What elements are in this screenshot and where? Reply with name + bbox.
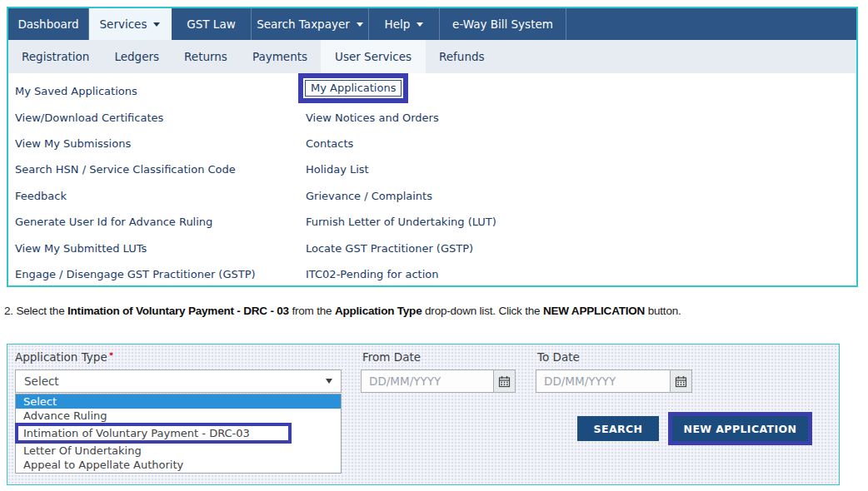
menu-item-my-saved-applications[interactable]: My Saved Applications <box>15 85 137 97</box>
to-date-calendar-button[interactable] <box>671 369 692 393</box>
menu-item-view-my-submissions[interactable]: View My Submissions <box>15 137 131 150</box>
menu-item-feedback[interactable]: Feedback <box>15 190 67 202</box>
option-appeal-appellate-authority[interactable]: Appeal to Appellate Authority <box>16 458 341 472</box>
subnav-label: Payments <box>252 50 307 63</box>
from-date-group <box>361 369 516 393</box>
application-type-options: Select Advance Ruling Intimation of Volu… <box>15 394 342 474</box>
menu-item-search-hsn[interactable]: Search HSN / Service Classification Code <box>15 163 236 176</box>
menu-item-view-notices-orders[interactable]: View Notices and Orders <box>306 112 439 124</box>
from-date-calendar-button[interactable] <box>494 369 516 393</box>
option-intimation-voluntary-payment-drc03[interactable]: Intimation of Voluntary Payment - DRC-03 <box>23 427 250 439</box>
subnav-label: Returns <box>184 50 227 63</box>
my-applications-search-panel: Application Type• Select Select Advance … <box>7 344 840 485</box>
nav-item-help[interactable]: Help <box>369 8 440 40</box>
nav-label: e-Way Bill System <box>452 17 553 31</box>
from-date-input[interactable] <box>361 369 494 393</box>
option-select[interactable]: Select <box>16 394 341 409</box>
subnav-label: Ledgers <box>114 50 159 63</box>
services-mega-menu: Dashboard Services GST Law Search Taxpay… <box>7 7 858 287</box>
subnav-item-user-services[interactable]: User Services <box>321 40 426 73</box>
menu-item-holiday-list[interactable]: Holiday List <box>306 163 369 176</box>
subnav-label: Refunds <box>439 50 485 63</box>
option-letter-of-undertaking[interactable]: Letter Of Undertaking <box>16 444 341 458</box>
menu-column-left: My Saved Applications View/Download Cert… <box>15 78 302 287</box>
subnav-item-refunds[interactable]: Refunds <box>427 40 496 73</box>
search-button[interactable]: SEARCH <box>577 416 659 441</box>
user-services-menu: My Saved Applications View/Download Cert… <box>8 73 856 285</box>
main-navbar: Dashboard Services GST Law Search Taxpay… <box>8 8 856 40</box>
to-date-label: To Date <box>537 350 580 364</box>
option-row-drc03: Intimation of Voluntary Payment - DRC-03 <box>16 423 341 444</box>
to-date-group <box>536 369 692 393</box>
caret-down-icon <box>153 22 160 27</box>
instruction-text: button. <box>645 305 681 317</box>
nav-item-services[interactable]: Services <box>89 8 172 40</box>
nav-label: Services <box>100 17 147 31</box>
highlight-box-my-applications: My Applications <box>298 73 408 103</box>
step-instruction: 2. Select the Intimation of Voluntary Pa… <box>4 305 854 317</box>
nav-item-search-taxpayer[interactable]: Search Taxpayer <box>252 8 369 40</box>
subnav-label: User Services <box>335 50 412 63</box>
menu-item-view-my-submitted-luts[interactable]: View My Submitted LUTs <box>15 242 147 255</box>
selected-value: Select <box>24 374 59 388</box>
instruction-text: drop-down list. Click the <box>422 305 542 317</box>
nav-item-eway-bill[interactable]: e-Way Bill System <box>440 8 566 40</box>
highlight-box-new-application: NEW APPLICATION <box>668 412 812 445</box>
nav-label: Search Taxpayer <box>257 17 350 31</box>
caret-down-icon <box>357 22 363 27</box>
new-application-button[interactable]: NEW APPLICATION <box>672 416 808 441</box>
select-caret-icon <box>326 379 332 384</box>
highlight-box-drc03: Intimation of Voluntary Payment - DRC-03 <box>15 423 292 444</box>
menu-item-engage-disengage-gstp[interactable]: Engage / Disengage GST Practitioner (GST… <box>15 268 256 280</box>
subnav-item-ledgers[interactable]: Ledgers <box>102 40 171 73</box>
subnav-label: Registration <box>22 50 89 63</box>
instruction-text: from the <box>289 305 335 317</box>
menu-item-grievance-complaints[interactable]: Grievance / Complaints <box>306 190 432 202</box>
navbar-filler <box>566 8 856 40</box>
caret-down-icon <box>417 22 423 27</box>
menu-item-generate-userid-advance-ruling[interactable]: Generate User Id for Advance Ruling <box>15 216 212 228</box>
instruction-text: 2. Select the <box>4 305 67 317</box>
application-type-label: Application Type• <box>15 350 114 364</box>
page: Dashboard Services GST Law Search Taxpay… <box>0 0 868 491</box>
to-date-input[interactable] <box>536 369 671 393</box>
instruction-bold: Intimation of Voluntary Payment - DRC - … <box>67 305 289 317</box>
nav-label: Dashboard <box>17 17 78 31</box>
from-date-label: From Date <box>362 350 421 364</box>
nav-label: GST Law <box>187 17 235 31</box>
option-advance-ruling[interactable]: Advance Ruling <box>16 409 341 423</box>
instruction-bold: NEW APPLICATION <box>543 305 645 317</box>
subnav-item-returns[interactable]: Returns <box>172 40 239 73</box>
menu-column-right: My Applications View Notices and Orders … <box>306 78 664 287</box>
menu-item-itc02-pending[interactable]: ITC02-Pending for action <box>306 268 438 280</box>
label-text: Application Type <box>15 350 107 364</box>
menu-item-view-download-certificates[interactable]: View/Download Certificates <box>15 112 163 124</box>
menu-item-contacts[interactable]: Contacts <box>306 137 353 150</box>
menu-item-furnish-lut[interactable]: Furnish Letter of Undertaking (LUT) <box>306 216 496 228</box>
calendar-icon <box>675 375 687 388</box>
menu-item-locate-gstp[interactable]: Locate GST Practitioner (GSTP) <box>306 242 473 255</box>
subnav-item-payments[interactable]: Payments <box>241 40 319 73</box>
instruction-bold: Application Type <box>335 305 422 317</box>
subnav-item-registration[interactable]: Registration <box>10 40 101 73</box>
nav-item-dashboard[interactable]: Dashboard <box>8 8 89 40</box>
calendar-icon <box>498 375 511 388</box>
services-subnav: Registration Ledgers Returns Payments Us… <box>8 40 856 73</box>
application-type-select[interactable]: Select <box>15 369 342 393</box>
menu-item-my-applications[interactable]: My Applications <box>305 80 402 97</box>
required-marker: • <box>108 348 115 360</box>
nav-item-gst-law[interactable]: GST Law <box>172 8 252 40</box>
nav-label: Help <box>385 17 411 31</box>
